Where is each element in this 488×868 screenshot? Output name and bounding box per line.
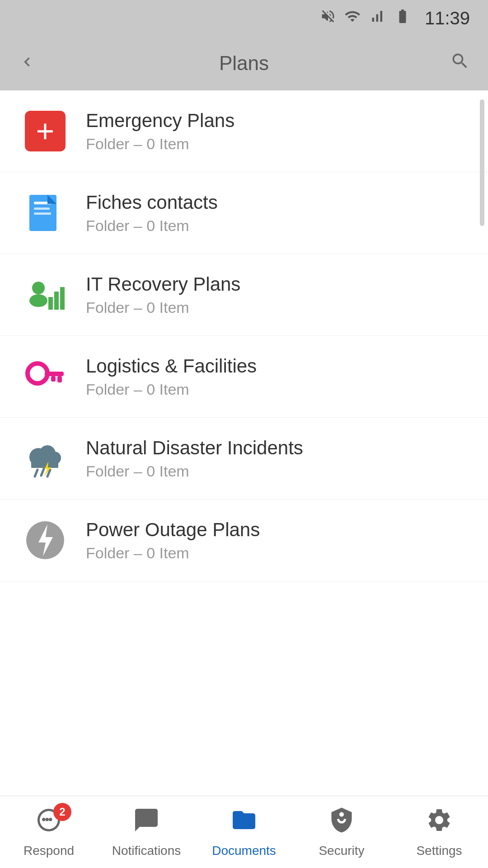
natural-disaster-incidents-name: Natural Disaster Incidents	[86, 437, 303, 459]
emergency-plans-icon	[23, 108, 68, 154]
battery-icon	[393, 8, 412, 28]
svg-line-19	[41, 469, 44, 476]
notifications-label: Notifications	[112, 844, 181, 858]
svg-rect-3	[34, 212, 51, 215]
svg-rect-7	[48, 297, 53, 310]
svg-point-5	[32, 282, 45, 294]
svg-rect-12	[57, 376, 62, 382]
status-bar: 11:39	[0, 0, 488, 36]
svg-rect-13	[51, 376, 56, 382]
it-recovery-plans-meta: Folder – 0 Item	[86, 299, 240, 316]
status-time: 11:39	[425, 8, 470, 28]
folder-item-it-recovery-plans[interactable]: IT Recovery Plans Folder – 0 Item	[0, 254, 488, 336]
nav-item-notifications[interactable]: Notifications	[98, 807, 195, 858]
it-recovery-plans-name: IT Recovery Plans	[86, 274, 240, 295]
folder-list: Emergency Plans Folder – 0 Item Fiches c…	[0, 90, 488, 796]
header: Plans	[0, 36, 488, 90]
folder-item-fiches-contacts[interactable]: Fiches contacts Folder – 0 Item	[0, 172, 488, 254]
power-outage-plans-meta: Folder – 0 Item	[86, 544, 260, 562]
folder-item-power-outage-plans[interactable]: Power Outage Plans Folder – 0 Item	[0, 500, 488, 581]
folder-item-emergency-plans[interactable]: Emergency Plans Folder – 0 Item	[0, 90, 488, 172]
respond-label: Respond	[23, 844, 74, 858]
fiches-contacts-name: Fiches contacts	[86, 192, 218, 213]
emergency-plans-name: Emergency Plans	[86, 110, 235, 132]
fiches-contacts-meta: Folder – 0 Item	[86, 217, 218, 235]
fiches-contacts-info: Fiches contacts Folder – 0 Item	[86, 192, 218, 235]
logistics-facilities-info: Logistics & Facilities Folder – 0 Item	[86, 355, 257, 398]
scrollbar[interactable]	[480, 99, 484, 226]
natural-disaster-incidents-info: Natural Disaster Incidents Folder – 0 It…	[86, 437, 303, 480]
svg-line-18	[35, 470, 38, 476]
notifications-icon	[133, 807, 160, 839]
nav-item-respond[interactable]: 2 Respond	[0, 807, 98, 858]
power-outage-plans-icon	[23, 518, 68, 563]
power-outage-plans-info: Power Outage Plans Folder – 0 Item	[86, 519, 260, 562]
emergency-plans-info: Emergency Plans Folder – 0 Item	[86, 110, 235, 153]
logistics-facilities-name: Logistics & Facilities	[86, 355, 257, 377]
status-icons: 11:39	[320, 8, 470, 28]
signal-icon	[369, 8, 385, 28]
wifi-icon	[344, 8, 361, 28]
documents-icon	[230, 807, 258, 839]
folder-item-natural-disaster-incidents[interactable]: Natural Disaster Incidents Folder – 0 It…	[0, 418, 488, 500]
fiches-contacts-icon	[23, 190, 68, 236]
svg-rect-9	[60, 287, 65, 310]
bottom-nav: 2 Respond Notifications Documents	[0, 796, 488, 868]
svg-point-10	[28, 363, 47, 383]
back-button[interactable]	[18, 52, 36, 75]
power-outage-plans-name: Power Outage Plans	[86, 519, 260, 541]
it-recovery-plans-icon	[23, 272, 68, 317]
respond-badge: 2	[53, 803, 71, 821]
settings-icon	[426, 807, 453, 839]
svg-rect-17	[31, 461, 58, 468]
svg-rect-11	[45, 372, 64, 376]
svg-rect-2	[34, 208, 50, 210]
documents-label: Documents	[212, 844, 276, 858]
page-title: Plans	[219, 52, 269, 75]
natural-disaster-incidents-meta: Folder – 0 Item	[86, 462, 303, 480]
emergency-plans-meta: Folder – 0 Item	[86, 135, 235, 153]
svg-point-6	[29, 294, 47, 307]
nav-item-security[interactable]: Security	[293, 807, 390, 858]
mute-icon	[320, 8, 336, 28]
it-recovery-plans-info: IT Recovery Plans Folder – 0 Item	[86, 274, 240, 316]
nav-item-documents[interactable]: Documents	[195, 807, 293, 858]
svg-rect-8	[54, 292, 59, 310]
search-button[interactable]	[450, 51, 470, 75]
folder-item-logistics-facilities[interactable]: Logistics & Facilities Folder – 0 Item	[0, 336, 488, 418]
settings-label: Settings	[416, 844, 462, 858]
security-icon	[328, 807, 355, 839]
logistics-facilities-meta: Folder – 0 Item	[86, 381, 257, 398]
nav-item-settings[interactable]: Settings	[390, 807, 488, 858]
logistics-facilities-icon	[23, 354, 68, 399]
security-label: Security	[319, 844, 364, 858]
natural-disaster-incidents-icon	[23, 436, 68, 481]
